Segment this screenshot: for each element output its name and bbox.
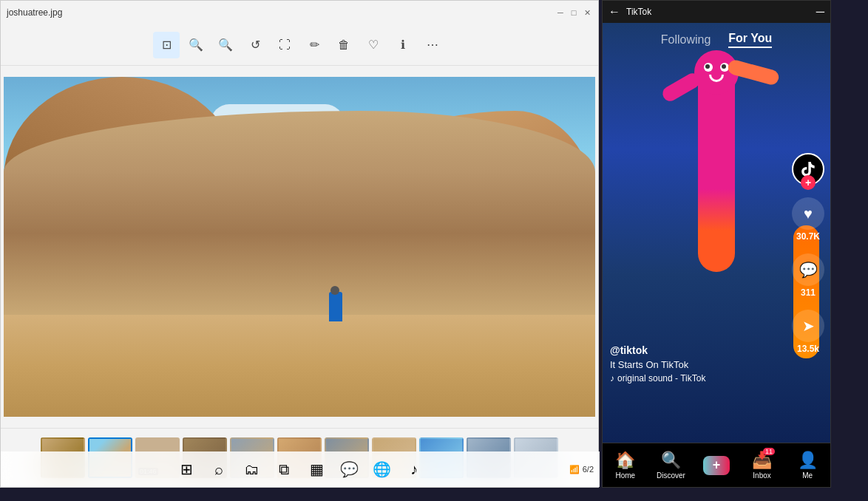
me-icon: 👤 (798, 451, 818, 470)
video-description: It Starts On TikTok (610, 359, 786, 370)
file-explorer-button[interactable]: 🗂 (237, 454, 266, 484)
discover-nav-button[interactable]: 🔍 Discover (648, 451, 694, 480)
fit-icon: ⊡ (162, 38, 172, 52)
zoom-in-icon: 🔍 (218, 38, 233, 52)
home-icon: 🏠 (615, 451, 635, 470)
ground (4, 315, 595, 417)
wifi-icon: 📶 (569, 465, 580, 474)
search-taskbar-icon: ⌕ (214, 461, 223, 478)
chat-icon: 💬 (340, 460, 359, 478)
home-label: Home (615, 471, 635, 480)
dancer-eye-left (704, 63, 713, 72)
window-controls: ─ □ ✕ (555, 7, 592, 18)
me-nav-button[interactable]: 👤 Me (784, 451, 830, 480)
air-dancer-pink (698, 65, 735, 272)
music-note-icon: ♪ (610, 373, 614, 384)
crop-button[interactable]: ⛶ (271, 32, 298, 58)
dancer-arm-left (660, 70, 703, 103)
for-you-tab[interactable]: For You (728, 32, 772, 48)
edit-icon: ✏ (310, 38, 319, 52)
discover-icon: 🔍 (661, 451, 681, 470)
tiktok-window: ← TikTok ─ (602, 0, 831, 488)
delete-button[interactable]: 🗑 (330, 32, 357, 58)
more-button[interactable]: ⋯ (419, 32, 446, 58)
heart-icon: ♡ (368, 38, 379, 52)
zoom-in-button[interactable]: 🔍 (212, 32, 239, 58)
following-tab[interactable]: Following (661, 33, 711, 47)
share-count: 13.5k (797, 344, 819, 354)
inbox-nav-button[interactable]: 📥 11 Inbox (739, 451, 785, 480)
info-icon: ℹ (401, 38, 405, 52)
video-info: @tiktok It Starts On TikTok ♪ original s… (610, 344, 786, 384)
person-figure (329, 292, 342, 321)
inbox-label: Inbox (753, 471, 770, 480)
dancer-smile (709, 75, 724, 82)
tiktok-taskbar-icon: ♪ (410, 461, 418, 478)
delete-icon: 🗑 (338, 38, 350, 52)
taskbar: ⊞ ⌕ 🗂 ⧉ ▦ 💬 🌐 ♪ 📶 (1, 451, 600, 487)
tiktok-header: Following For You (603, 23, 830, 57)
search-taskbar-button[interactable]: ⌕ (204, 454, 234, 484)
tiktok-taskbar-button[interactable]: ♪ (399, 454, 429, 484)
creator-avatar[interactable]: + (792, 153, 824, 185)
photo-content (1, 66, 598, 428)
chat-button[interactable]: 💬 (334, 454, 364, 484)
inbox-badge: 11 (763, 448, 775, 455)
edge-icon: 🌐 (373, 460, 391, 478)
favorite-button[interactable]: ♡ (360, 32, 387, 58)
taskbar-system-tray: 📶 6/2 (569, 465, 594, 474)
tiktok-minimize-button[interactable]: ─ (816, 5, 824, 18)
comment-action: 💬 311 (792, 253, 824, 298)
add-nav-button[interactable]: + (694, 456, 739, 475)
share-button[interactable]: ➤ (792, 310, 824, 342)
start-icon: ⊞ (180, 460, 193, 478)
photo-toolbar: ⊡ 🔍 🔍 ↺ ⛶ ✏ 🗑 ♡ ℹ (1, 24, 598, 66)
tiktok-back-button[interactable]: ← (608, 5, 620, 18)
widgets-icon: ▦ (310, 460, 324, 478)
comment-button[interactable]: 💬 (792, 253, 824, 286)
dancer-eyes (704, 63, 729, 72)
main-photo (4, 77, 595, 417)
plus-icon: + (713, 457, 721, 473)
sound-info: ♪ original sound - TikTok (610, 373, 786, 384)
task-view-icon: ⧉ (279, 461, 289, 478)
tiktok-bottom-nav: 🏠 Home 🔍 Discover + 📥 11 Inbox 👤 (603, 443, 830, 487)
file-explorer-icon: 🗂 (244, 461, 259, 478)
rotate-icon: ↺ (251, 38, 260, 52)
close-button[interactable]: ✕ (582, 7, 592, 18)
task-view-button[interactable]: ⧉ (269, 454, 299, 484)
maximize-button[interactable]: □ (569, 7, 579, 18)
share-action: ➤ 13.5k (792, 310, 824, 354)
like-count: 30.7K (796, 231, 820, 242)
creator-username[interactable]: @tiktok (610, 344, 786, 356)
dancer-body (698, 65, 735, 272)
me-label: Me (802, 471, 813, 480)
tiktok-sidebar: + ♥ 30.7K 💬 311 ➤ 13.5k (792, 153, 824, 354)
rock-main (4, 111, 595, 315)
zoom-out-button[interactable]: 🔍 (183, 32, 209, 58)
system-time: 6/2 (583, 465, 594, 474)
start-button[interactable]: ⊞ (172, 454, 201, 484)
photo-viewer-window: joshuatree.jpg ─ □ ✕ ⊡ 🔍 🔍 ↺ ⛶ (0, 0, 599, 488)
tiktok-titlebar: ← TikTok ─ (603, 1, 830, 23)
info-button[interactable]: ℹ (390, 32, 416, 58)
widgets-button[interactable]: ▦ (302, 454, 331, 484)
rotate-button[interactable]: ↺ (242, 32, 268, 58)
add-icon: + (703, 456, 730, 475)
photo-title: joshuatree.jpg (7, 7, 62, 18)
tiktok-title: TikTok (626, 7, 651, 17)
like-button[interactable]: ♥ (792, 197, 824, 230)
follow-plus-button[interactable]: + (801, 175, 816, 190)
discover-label: Discover (657, 471, 685, 480)
like-action: ♥ 30.7K (792, 197, 824, 242)
minimize-button[interactable]: ─ (555, 7, 566, 18)
comment-count: 311 (801, 287, 816, 298)
more-icon: ⋯ (427, 38, 438, 52)
edge-button[interactable]: 🌐 (367, 454, 396, 484)
photo-titlebar: joshuatree.jpg ─ □ ✕ (1, 1, 598, 24)
home-nav-button[interactable]: 🏠 Home (603, 451, 648, 480)
fit-button[interactable]: ⊡ (153, 32, 180, 58)
desktop: joshuatree.jpg ─ □ ✕ ⊡ 🔍 🔍 ↺ ⛶ (0, 0, 868, 501)
edit-button[interactable]: ✏ (301, 32, 328, 58)
sound-name: original sound - TikTok (617, 373, 705, 384)
